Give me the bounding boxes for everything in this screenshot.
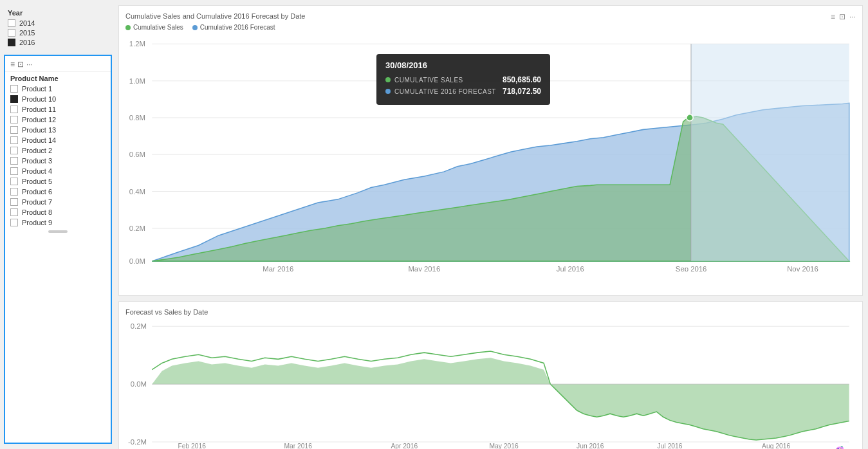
dna-icon: 🧬	[830, 446, 844, 449]
product-item-1[interactable]: Product 1	[5, 84, 111, 94]
product-2-checkbox[interactable]	[10, 147, 18, 154]
svg-text:May 2016: May 2016	[490, 443, 519, 449]
product-item-9[interactable]: Product 9	[5, 217, 111, 228]
svg-text:1.0M: 1.0M	[129, 77, 145, 85]
year-2015-label: 2015	[19, 29, 35, 37]
legend-sales-dot	[125, 25, 131, 30]
bottom-chart-area-fill	[152, 358, 849, 441]
product-item-12[interactable]: Product 12	[5, 115, 111, 125]
more-icon[interactable]: ···	[26, 60, 33, 69]
product-3-checkbox[interactable]	[10, 157, 18, 165]
expand-icon[interactable]: ⊡	[17, 60, 24, 69]
product-13-checkbox[interactable]	[10, 126, 18, 134]
product-5-checkbox[interactable]	[10, 178, 18, 185]
svg-text:0.2M: 0.2M	[131, 323, 147, 331]
product-14-label: Product 14	[22, 136, 56, 144]
drag-icon: ≡	[10, 60, 15, 69]
svg-text:Mar 2016: Mar 2016	[284, 443, 313, 449]
product-item-10[interactable]: Product 10	[5, 94, 111, 104]
year-2015[interactable]: 2015	[8, 29, 108, 37]
product-3-label: Product 3	[22, 157, 52, 165]
product-10-checkbox[interactable]	[10, 95, 18, 103]
svg-text:1.2M: 1.2M	[129, 40, 145, 48]
product-8-label: Product 8	[22, 208, 52, 216]
svg-text:Mar 2016: Mar 2016	[263, 265, 293, 271]
product-item-14[interactable]: Product 14	[5, 135, 111, 145]
product-4-label: Product 4	[22, 167, 52, 175]
product-9-checkbox[interactable]	[10, 219, 18, 226]
product-6-checkbox[interactable]	[10, 188, 18, 196]
product-filter-footer	[5, 228, 111, 235]
svg-text:-0.2M: -0.2M	[128, 439, 147, 446]
product-7-label: Product 7	[22, 198, 52, 206]
product-item-2[interactable]: Product 2	[5, 145, 111, 156]
product-7-checkbox[interactable]	[10, 198, 18, 206]
product-11-label: Product 11	[22, 105, 56, 113]
svg-text:May 2016: May 2016	[408, 265, 440, 271]
product-item-7[interactable]: Product 7	[5, 197, 111, 207]
right-panel: Cumulative Sales and Cumulative 2016 For…	[116, 0, 868, 449]
svg-text:0.4M: 0.4M	[129, 188, 145, 196]
product-item-3[interactable]: Product 3	[5, 156, 111, 166]
svg-text:Jul 2016: Jul 2016	[557, 265, 584, 271]
year-2016-label: 2016	[19, 39, 35, 46]
product-item-11[interactable]: Product 11	[5, 104, 111, 115]
year-2016-checkbox[interactable]	[8, 39, 15, 46]
product-item-5[interactable]: Product 5	[5, 176, 111, 187]
product-item-8[interactable]: Product 8	[5, 207, 111, 217]
bottom-chart-title: Forecast vs Sales by Date	[125, 308, 208, 316]
legend-sales-label: Cumulative Sales	[133, 24, 183, 31]
product-item-13[interactable]: Product 13	[5, 125, 111, 135]
product-6-label: Product 6	[22, 188, 52, 196]
svg-text:Jul 2016: Jul 2016	[658, 443, 683, 449]
product-2-label: Product 2	[22, 147, 52, 154]
drag-chart-icon: ≡	[831, 12, 835, 21]
expand-chart-icon[interactable]: ⊡	[839, 12, 845, 21]
legend-forecast-label: Cumulative 2016 Forecast	[200, 24, 275, 31]
year-filter: Year 2014 2015 2016	[0, 5, 116, 55]
svg-text:Feb 2016: Feb 2016	[178, 443, 206, 449]
product-1-checkbox[interactable]	[10, 85, 18, 93]
svg-text:Sep 2016: Sep 2016	[676, 265, 707, 271]
legend-cumulative-sales: Cumulative Sales	[125, 24, 183, 31]
svg-text:0.6M: 0.6M	[129, 151, 145, 158]
product-14-checkbox[interactable]	[10, 136, 18, 144]
product-filter-header: ≡ ⊡ ···	[5, 59, 111, 72]
year-2016[interactable]: 2016	[8, 39, 108, 46]
top-chart-svg: 1.2M 1.0M 0.8M 0.6M 0.4M 0.2M 0.0M	[125, 35, 856, 271]
year-2014-label: 2014	[19, 19, 35, 27]
highlight-area	[691, 44, 849, 261]
year-filter-title: Year	[8, 9, 108, 17]
svg-text:Nov 2016: Nov 2016	[787, 265, 818, 271]
product-1-label: Product 1	[22, 85, 52, 93]
svg-text:0.0M: 0.0M	[129, 257, 145, 265]
year-2014[interactable]: 2014	[8, 19, 108, 27]
subscribe-button[interactable]: 🧬 SUBSCRIBE	[818, 446, 856, 449]
product-12-label: Product 12	[22, 116, 56, 124]
year-2015-checkbox[interactable]	[8, 29, 15, 37]
bottom-chart-header: Forecast vs Sales by Date	[125, 308, 856, 316]
product-item-4[interactable]: Product 4	[5, 166, 111, 176]
product-9-label: Product 9	[22, 219, 52, 226]
more-chart-icon[interactable]: ···	[849, 12, 856, 21]
svg-text:0.0M: 0.0M	[131, 381, 147, 389]
svg-text:Jun 2016: Jun 2016	[577, 443, 604, 449]
bottom-chart-area: 0.2M 0.0M -0.2M Feb 2016 Mar 2016 Apr 20…	[125, 318, 856, 449]
product-item-6[interactable]: Product 6	[5, 187, 111, 197]
product-13-label: Product 13	[22, 126, 56, 134]
product-11-checkbox[interactable]	[10, 105, 18, 113]
product-10-label: Product 10	[22, 95, 56, 103]
product-filter-title: Product Name	[5, 72, 111, 84]
top-chart-area: 1.2M 1.0M 0.8M 0.6M 0.4M 0.2M 0.0M	[125, 35, 856, 271]
legend-forecast-dot	[192, 25, 198, 30]
product-12-checkbox[interactable]	[10, 116, 18, 124]
year-2014-checkbox[interactable]	[8, 19, 15, 27]
bottom-chart-container: Forecast vs Sales by Date 0.2M 0.0M -0.2…	[118, 301, 863, 449]
product-filter-header-icons: ≡ ⊡ ···	[10, 60, 33, 69]
scroll-indicator	[48, 230, 68, 233]
product-4-checkbox[interactable]	[10, 167, 18, 175]
product-list: Product 1 Product 10 Product 11 Product …	[5, 84, 111, 228]
svg-text:0.2M: 0.2M	[129, 225, 145, 232]
svg-text:Apr 2016: Apr 2016	[391, 443, 418, 449]
product-8-checkbox[interactable]	[10, 208, 18, 216]
